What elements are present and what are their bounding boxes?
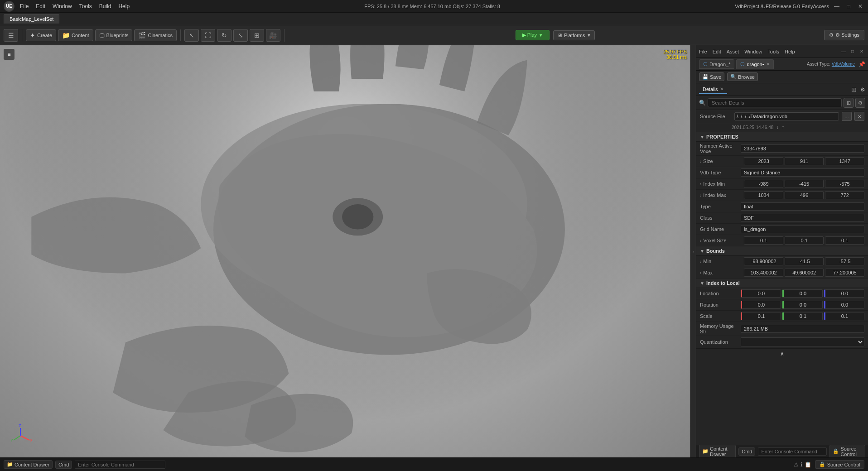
- level-tab[interactable]: BasicMap_LevelSet: [4, 14, 59, 24]
- panel-tab-dragon-asset[interactable]: ⬡ Dragon_*: [699, 59, 734, 69]
- index-min-y[interactable]: -415: [785, 180, 824, 188]
- quantization-select[interactable]: [741, 337, 864, 346]
- search-input[interactable]: [708, 98, 842, 107]
- scale-x[interactable]: 0.1: [741, 312, 781, 320]
- voxel-size-expand-icon[interactable]: ›: [700, 238, 701, 243]
- status-icon-3[interactable]: 📋: [805, 461, 811, 468]
- bounds-max-y[interactable]: 49.600002: [785, 269, 824, 277]
- location-x[interactable]: 0.0: [741, 289, 781, 298]
- panel-tab-dragon-close-button[interactable]: ✕: [766, 62, 770, 67]
- grid-name-value[interactable]: ls_dragon: [741, 225, 864, 233]
- bounds-max-z[interactable]: 77.200005: [825, 269, 864, 277]
- snap-button[interactable]: ⊞: [250, 29, 264, 42]
- panel-content-drawer-button[interactable]: 📁 Content Drawer: [699, 445, 736, 458]
- status-icon-1[interactable]: ⚠: [794, 461, 799, 468]
- size-expand-icon[interactable]: ›: [700, 159, 701, 164]
- voxel-size-x[interactable]: 0.1: [744, 236, 783, 245]
- camera-button[interactable]: 🎥: [266, 29, 280, 42]
- rotation-y[interactable]: 0.0: [782, 301, 823, 309]
- save-button[interactable]: 💾 Save: [699, 72, 724, 81]
- location-z[interactable]: 0.0: [824, 289, 864, 298]
- details-tab[interactable]: Details ✕: [699, 85, 727, 94]
- maximize-button[interactable]: □: [844, 2, 853, 10]
- close-button[interactable]: ✕: [856, 2, 864, 10]
- dragon-viewport[interactable]: 25.97 FPS 38.51 ms ≡ X Y Z: [0, 45, 690, 457]
- panel-close-button[interactable]: ✕: [858, 48, 865, 55]
- play-button[interactable]: ▶ Play ▼: [516, 30, 550, 40]
- status-icon-2[interactable]: ℹ: [800, 461, 803, 468]
- location-y[interactable]: 0.0: [782, 289, 823, 298]
- source-file-browse-button[interactable]: …: [842, 112, 852, 121]
- index-max-y[interactable]: 496: [785, 191, 824, 199]
- details-tab-close-button[interactable]: ✕: [720, 87, 723, 91]
- bounds-max-expand-icon[interactable]: ›: [700, 270, 701, 275]
- voxel-size-z[interactable]: 0.1: [825, 236, 864, 245]
- rotation-x[interactable]: 0.0: [741, 301, 781, 309]
- search-grid-button[interactable]: ⊞: [844, 98, 854, 108]
- scale-tool-button[interactable]: ⤡: [233, 29, 248, 42]
- rotate-tool-button[interactable]: ↻: [217, 29, 231, 42]
- menu-build[interactable]: Build: [99, 3, 111, 10]
- bounds-section-header[interactable]: ▼ Bounds: [696, 246, 868, 256]
- index-to-local-section-header[interactable]: ▼ Index to Local: [696, 279, 868, 288]
- voxel-size-y[interactable]: 0.1: [785, 236, 824, 245]
- move-tool-button[interactable]: ⛶: [201, 29, 215, 42]
- bounds-min-x[interactable]: -98.900002: [744, 257, 783, 265]
- create-button[interactable]: ✦ Create: [26, 29, 56, 41]
- panel-maximize-button[interactable]: □: [849, 48, 856, 55]
- size-z[interactable]: 1347: [825, 157, 864, 165]
- menu-window[interactable]: Window: [53, 3, 72, 10]
- panel-cmd-button[interactable]: Cmd: [738, 447, 755, 456]
- panel-minimize-button[interactable]: —: [840, 48, 847, 55]
- hamburger-button[interactable]: ☰: [4, 29, 18, 42]
- details-grid-button[interactable]: ⊞: [851, 86, 857, 93]
- panel-console-input[interactable]: [758, 447, 827, 456]
- bounds-min-expand-icon[interactable]: ›: [700, 259, 701, 264]
- status-source-control-button[interactable]: 🔒 Source Control: [815, 460, 864, 469]
- size-x[interactable]: 2023: [744, 157, 783, 165]
- size-y[interactable]: 911: [785, 157, 824, 165]
- asset-type-value[interactable]: VdbVolume: [832, 62, 855, 67]
- menu-file[interactable]: File: [20, 3, 29, 10]
- source-file-clear-button[interactable]: ✕: [854, 112, 864, 121]
- bounds-min-z[interactable]: -57.5: [825, 257, 864, 265]
- platforms-button[interactable]: 🖥 Platforms ▼: [553, 30, 595, 40]
- collapse-row[interactable]: ∧: [696, 348, 868, 359]
- cmd-button[interactable]: Cmd: [55, 461, 72, 469]
- index-min-x[interactable]: -989: [744, 180, 783, 188]
- menu-tools[interactable]: Tools: [79, 3, 92, 10]
- index-max-expand-icon[interactable]: ›: [700, 193, 701, 198]
- console-input[interactable]: [75, 461, 165, 469]
- panel-collapse-handle[interactable]: ›: [690, 45, 696, 457]
- search-settings-button[interactable]: ⚙: [855, 98, 865, 108]
- panel-menu-edit[interactable]: Edit: [713, 49, 721, 54]
- panel-menu-window[interactable]: Window: [744, 49, 762, 54]
- scale-y[interactable]: 0.1: [782, 312, 823, 320]
- pin-icon[interactable]: 📌: [858, 61, 865, 67]
- minimize-button[interactable]: —: [833, 2, 841, 10]
- viewport[interactable]: 25.97 FPS 38.51 ms ≡ X Y Z: [0, 45, 690, 457]
- vdb-type-select[interactable]: Signed Distance: [741, 168, 864, 177]
- bounds-max-x[interactable]: 103.400002: [744, 269, 783, 277]
- index-min-expand-icon[interactable]: ›: [700, 182, 701, 187]
- rotation-z[interactable]: 0.0: [824, 301, 864, 309]
- panel-menu-asset[interactable]: Asset: [727, 49, 739, 54]
- source-next-button[interactable]: ↑: [781, 124, 784, 130]
- source-control-button[interactable]: 🔒 Source Control: [829, 445, 865, 458]
- scale-z[interactable]: 0.1: [824, 312, 864, 320]
- panel-tab-dragon-edit[interactable]: ⬡ dragon• ✕: [736, 59, 773, 69]
- settings-button[interactable]: ⚙ ⚙ Settings: [824, 30, 864, 40]
- menu-help[interactable]: Help: [118, 3, 130, 10]
- bounds-min-y[interactable]: -41.5: [785, 257, 824, 265]
- details-settings-button[interactable]: ⚙: [860, 87, 865, 93]
- content-drawer-button[interactable]: 📁 Content Drawer: [4, 460, 53, 469]
- content-button[interactable]: 📁 Content: [58, 29, 93, 41]
- panel-menu-file[interactable]: File: [699, 49, 707, 54]
- cinematics-button[interactable]: 🎬 Cinematics: [134, 29, 176, 41]
- viewport-menu-button[interactable]: ≡: [4, 49, 14, 60]
- index-max-z[interactable]: 772: [825, 191, 864, 199]
- browse-button[interactable]: 🔍 Browse: [727, 72, 758, 81]
- blueprints-button[interactable]: ⬡ Blueprints: [95, 29, 133, 41]
- properties-section-header[interactable]: ▼ PROPERTIES: [696, 132, 868, 142]
- index-max-x[interactable]: 1034: [744, 191, 783, 199]
